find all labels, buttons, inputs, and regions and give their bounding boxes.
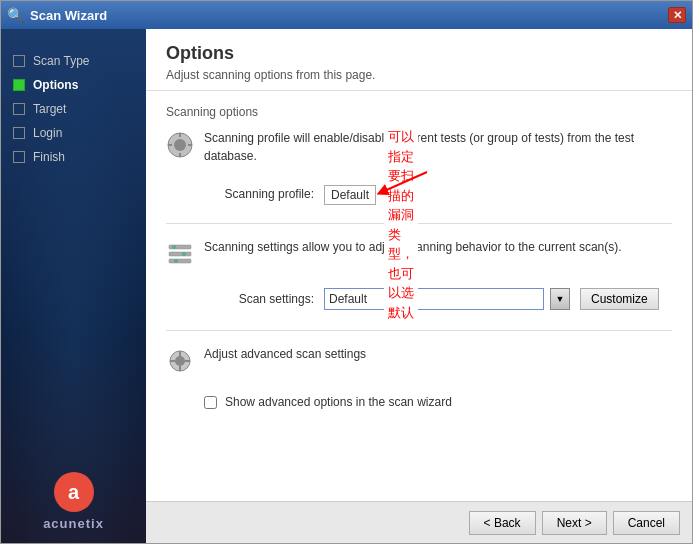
settings-icon [166,240,194,268]
sidebar-item-login[interactable]: Login [1,121,146,145]
content-area: Scan Type Options Target Login Finish [1,29,692,543]
scan-settings-block: Scanning settings allow you to adjust sc… [166,238,672,268]
titlebar: 🔍 Scan Wizard ✕ [1,1,692,29]
customize-button[interactable]: Customize [580,288,659,310]
window-title: Scan Wizard [30,8,107,23]
advanced-block: Adjust advanced scan settings [166,345,672,375]
divider-1 [166,223,672,224]
sidebar-item-options[interactable]: Options [1,73,146,97]
page-title: Options [166,43,672,64]
scanning-profile-value: Default [324,185,376,205]
show-advanced-label: Show advanced options in the scan wizard [225,395,452,409]
page-subtitle: Adjust scanning options from this page. [166,68,672,82]
svg-rect-10 [169,259,191,263]
sidebar-label-login: Login [33,126,62,140]
nav-indicator-login [13,127,25,139]
advanced-checkbox-row: Show advanced options in the scan wizard [166,389,672,415]
svg-rect-9 [169,252,191,256]
scan-settings-dropdown-wrap: Default ▼ [324,288,570,310]
footer: < Back Next > Cancel [146,501,692,543]
scanning-profile-description: Scanning profile will enable/disable dif… [204,129,672,165]
profile-icon [166,131,194,159]
scanning-profile-row: Scanning profile: Default 可以指定要扫描的漏洞类型，也… [166,179,672,209]
sidebar: Scan Type Options Target Login Finish [1,29,146,543]
close-button[interactable]: ✕ [668,7,686,23]
main-body: Scanning options Scanning profile [146,91,692,501]
cancel-button[interactable]: Cancel [613,511,680,535]
scan-settings-label: Scan settings: [204,292,314,306]
scan-wizard-window: 🔍 Scan Wizard ✕ Scan Type Options Target [0,0,693,544]
acunetix-icon: a [54,472,94,512]
advanced-icon [166,347,194,375]
nav-indicator-options [13,79,25,91]
titlebar-left: 🔍 Scan Wizard [7,7,107,23]
sidebar-nav: Scan Type Options Target Login Finish [1,41,146,177]
next-button[interactable]: Next > [542,511,607,535]
acunetix-text: acunetix [43,516,104,531]
scan-settings-select[interactable]: Default [324,288,544,310]
main-header: Options Adjust scanning options from thi… [146,29,692,91]
annotation-arrow [372,167,432,201]
window-icon: 🔍 [7,7,24,23]
show-advanced-checkbox[interactable] [204,396,217,409]
sidebar-item-scan-type[interactable]: Scan Type [1,49,146,73]
scanning-options-label: Scanning options [166,105,672,119]
sidebar-label-scan-type: Scan Type [33,54,89,68]
svg-point-15 [175,356,185,366]
nav-indicator-target [13,103,25,115]
sidebar-item-finish[interactable]: Finish [1,145,146,169]
main-panel: Options Adjust scanning options from thi… [146,29,692,543]
sidebar-logo: a acunetix [1,472,146,531]
back-button[interactable]: < Back [469,511,536,535]
scan-settings-row: Scan settings: Default ▼ Customize [166,282,672,316]
scanning-profile-value-wrap: Default 可以指定要扫描的漏洞类型，也可 以选默认 [324,185,376,203]
sidebar-label-finish: Finish [33,150,65,164]
advanced-description: Adjust advanced scan settings [204,345,366,363]
svg-point-1 [174,139,186,151]
scan-settings-description: Scanning settings allow you to adjust sc… [204,238,622,256]
sidebar-item-target[interactable]: Target [1,97,146,121]
svg-point-13 [174,259,178,263]
dropdown-arrow-button[interactable]: ▼ [550,288,570,310]
sidebar-label-options: Options [33,78,78,92]
nav-indicator-scan-type [13,55,25,67]
svg-line-7 [382,172,427,192]
scanning-profile-block: Scanning profile will enable/disable dif… [166,129,672,165]
scanning-profile-label: Scanning profile: [204,187,314,201]
divider-2 [166,330,672,331]
svg-point-11 [172,245,176,249]
nav-indicator-finish [13,151,25,163]
svg-point-12 [182,252,186,256]
sidebar-label-target: Target [33,102,66,116]
